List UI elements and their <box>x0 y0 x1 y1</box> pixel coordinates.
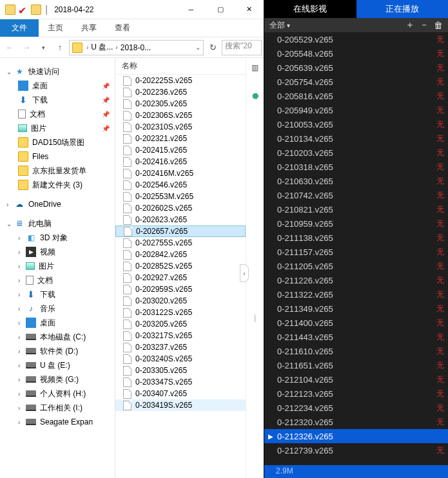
tree-cdrive[interactable]: ›本地磁盘 (C:) <box>0 330 115 344</box>
file-row[interactable]: 0-202310S.v265 <box>115 121 246 133</box>
titlebar[interactable]: ✔ | 2018-04-22 ─ ▢ ✕ <box>0 0 264 19</box>
file-row[interactable]: 0-203419S.v265 <box>115 399 246 411</box>
minimize-button[interactable]: ─ <box>177 0 206 19</box>
tree-downloads2[interactable]: ›⬇下载 <box>0 287 115 301</box>
playlist-row[interactable]: 0-210134.v265无 <box>264 131 448 146</box>
file-row[interactable]: 0-202305.v265 <box>115 98 246 110</box>
tree-downloads[interactable]: ⬇下载📌 <box>0 93 115 107</box>
file-row[interactable]: 0-203205.v265 <box>115 318 246 330</box>
file-row[interactable]: 0-203347S.v265 <box>115 376 246 388</box>
filter-all[interactable]: 全部 <box>269 20 285 31</box>
playlist-row[interactable]: 0-211610.v265无 <box>264 344 448 358</box>
playlist-row[interactable]: 0-205639.v265无 <box>264 61 448 75</box>
playlist-row[interactable]: 0-211157.v265无 <box>264 245 448 259</box>
tab-nowplaying[interactable]: 正在播放 <box>356 0 449 18</box>
tree-edrive[interactable]: ›U 盘 (E:) <box>0 358 115 372</box>
tree-folder[interactable]: DAD150场景图 <box>0 135 115 149</box>
tree-music[interactable]: ›♪音乐 <box>0 301 115 316</box>
tree-documents[interactable]: 文档📌 <box>0 107 115 121</box>
tool-icon[interactable]: ▥ <box>249 62 262 73</box>
file-row[interactable]: 0-203020.v265 <box>115 295 246 307</box>
back-button[interactable]: ← <box>2 40 17 55</box>
playlist-row[interactable]: 0-211205.v265无 <box>264 259 448 273</box>
tree-videos[interactable]: ›▶视频 <box>0 245 115 259</box>
file-row[interactable]: 0-202602S.v265 <box>115 202 246 214</box>
tree-thispc[interactable]: ⌄🖥此电脑 <box>0 216 115 231</box>
close-button[interactable]: ✕ <box>235 0 264 19</box>
tree-pictures[interactable]: 图片📌 <box>0 121 115 135</box>
playlist-row[interactable]: 0-205529.v265无 <box>264 32 448 46</box>
file-row[interactable]: 0-202959S.v265 <box>115 283 246 295</box>
file-row[interactable]: 0-203122S.v265 <box>115 307 246 318</box>
playlist-row[interactable]: 0-212320.v265无 <box>264 415 448 429</box>
tree-desktop[interactable]: 桌面📌 <box>0 79 115 93</box>
playlist-row[interactable]: 0-210630.v265无 <box>264 174 448 188</box>
file-row[interactable]: 0-203240S.v265 <box>115 353 246 365</box>
playlist-row[interactable]: 0-211443.v265无 <box>264 330 448 344</box>
file-row[interactable]: 0-202546.v265 <box>115 179 246 191</box>
file-row[interactable]: 0-203407.v265 <box>115 388 246 399</box>
breadcrumb[interactable]: › U 盘... › 2018-0... ⌄ <box>69 40 204 55</box>
playlist-row[interactable]: 0-205548.v265无 <box>264 46 448 61</box>
file-row[interactable]: 0-202416.v265 <box>115 156 246 167</box>
chevron-down-icon[interactable]: ⌄ <box>195 44 200 51</box>
playlist-row[interactable]: 0-210821.v265无 <box>264 202 448 216</box>
tree-pictures2[interactable]: ›图片 <box>0 259 115 273</box>
tree-hdrive[interactable]: ›个人资料 (H:) <box>0 387 115 401</box>
playlist-row[interactable]: 0-212104.v265无 <box>264 372 448 387</box>
file-row[interactable]: 0-202306S.v265 <box>115 110 246 121</box>
refresh-button[interactable]: ↻ <box>205 40 220 55</box>
chevron-down-icon[interactable]: ▾ <box>287 22 290 29</box>
file-row[interactable]: 0-202321.v265 <box>115 133 246 144</box>
tab-online[interactable]: 在线影视 <box>264 0 356 18</box>
file-row[interactable]: 0-202236.v265 <box>115 86 246 98</box>
tool-icon[interactable]: ⬣ <box>249 90 262 102</box>
search-input[interactable]: 搜索"20 <box>222 40 262 55</box>
file-row[interactable]: 0-202657.v265 <box>115 225 246 237</box>
tab-share[interactable]: 共享 <box>72 19 106 37</box>
tree-desktop2[interactable]: ›桌面 <box>0 316 115 330</box>
playlist-row[interactable]: 0-211651.v265无 <box>264 358 448 372</box>
recent-button[interactable]: ▾ <box>35 40 51 55</box>
playlist-row[interactable]: ▶0-212326.v265无 <box>264 429 448 443</box>
playlist-row[interactable]: 0-210742.v265无 <box>264 188 448 202</box>
tree-folder[interactable]: Files <box>0 149 115 164</box>
breadcrumb-seg[interactable]: 2018-0... <box>121 43 151 52</box>
file-row[interactable]: 0-202416M.v265 <box>115 167 246 179</box>
add-button[interactable]: ＋ <box>405 19 414 31</box>
playlist-row[interactable]: 0-211349.v265无 <box>264 301 448 316</box>
file-row[interactable]: 0-202842.v265 <box>115 249 246 260</box>
file-row[interactable]: 0-202225S.v265 <box>115 75 246 86</box>
expand-handle[interactable]: › <box>240 264 249 282</box>
file-row[interactable]: 0-202623.v265 <box>115 214 246 225</box>
file-row[interactable]: 0-203237.v265 <box>115 341 246 353</box>
playlist-row[interactable]: 0-211226.v265无 <box>264 273 448 287</box>
playlist-row[interactable]: 0-211138.v265无 <box>264 231 448 245</box>
tree-quick-access[interactable]: ⌄★快速访问 <box>0 64 115 79</box>
tree-3d[interactable]: ›◧3D 对象 <box>0 231 115 245</box>
tab-file[interactable]: 文件 <box>0 19 39 37</box>
playlist-row[interactable]: 0-210318.v265无 <box>264 160 448 174</box>
file-row[interactable]: 0-202927.v265 <box>115 272 246 283</box>
playlist-row[interactable]: 0-212234.v265无 <box>264 401 448 415</box>
tab-view[interactable]: 查看 <box>106 19 139 37</box>
playlist-row[interactable]: 0-210053.v265无 <box>264 117 448 131</box>
file-row[interactable]: 0-202415.v265 <box>115 144 246 156</box>
tree-documents2[interactable]: ›文档 <box>0 273 115 287</box>
tree-folder[interactable]: 京东批量发货单 <box>0 164 115 178</box>
maximize-button[interactable]: ▢ <box>206 0 235 19</box>
playlist-row[interactable]: 0-205754.v265无 <box>264 75 448 89</box>
tab-home[interactable]: 主页 <box>39 19 72 37</box>
playlist-row[interactable]: 0-205816.v265无 <box>264 89 448 103</box>
file-row[interactable]: 0-203305.v265 <box>115 365 246 376</box>
tree-idrive[interactable]: ›工作相关 (I:) <box>0 401 115 415</box>
playlist-row[interactable]: 0-205949.v265无 <box>264 103 448 117</box>
tree-seagate[interactable]: ›Seagate Expan <box>0 415 115 429</box>
breadcrumb-seg[interactable]: U 盘... <box>91 42 113 53</box>
file-row[interactable]: 0-202852S.v265 <box>115 260 246 272</box>
remove-button[interactable]: － <box>420 19 429 31</box>
tree-gdrive[interactable]: ›视频类 (G:) <box>0 372 115 387</box>
tree-onedrive[interactable]: ›☁OneDrive <box>0 197 115 211</box>
playlist-row[interactable]: 0-212739.v265无 <box>264 443 448 457</box>
file-row[interactable]: 0-202755S.v265 <box>115 237 246 249</box>
